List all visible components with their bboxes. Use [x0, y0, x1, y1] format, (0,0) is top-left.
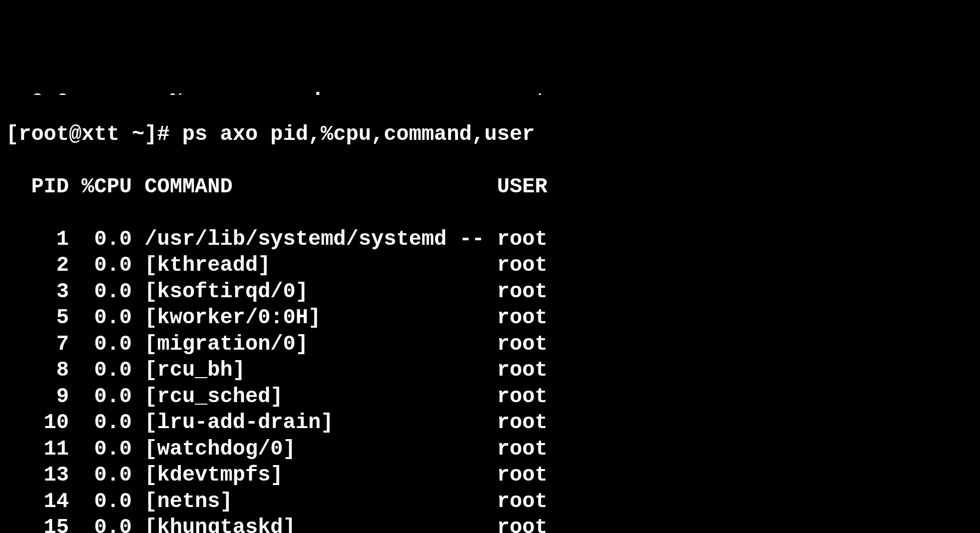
cell-cpu: 0.0 [81, 463, 132, 487]
cell-pid: 11 [6, 437, 69, 461]
cell-user: root [497, 253, 547, 277]
cell-command: [khungtaskd] [144, 516, 485, 533]
cell-pid: 3 [6, 280, 69, 304]
table-row: 3 0.0 [ksoftirqd/0] root [6, 279, 974, 305]
cell-cpu: 0.0 [81, 227, 132, 251]
table-row: 13 0.0 [kdevtmpfs] root [6, 462, 974, 489]
cell-command: [kworker/0:0H] [144, 306, 485, 330]
cell-cpu: 0.0 [81, 385, 132, 409]
cell-cpu: 0.0 [81, 253, 132, 277]
cell-cpu: 0.0 [81, 516, 132, 533]
cell-user: root [497, 227, 547, 251]
cell-pid: 7 [6, 332, 69, 356]
process-list: 1 0.0 /usr/lib/systemd/systemd -- root 2… [6, 226, 974, 533]
cell-user: root [497, 306, 547, 330]
cell-cpu: 0.0 [81, 437, 132, 461]
cell-user: root [497, 463, 547, 487]
table-row: 7 0.0 [migration/0] root [6, 331, 974, 358]
cell-command: [rcu_bh] [144, 358, 485, 382]
table-row: 9 0.0 [rcu_sched] root [6, 384, 974, 410]
shell-prompt: [root@xtt ~]# [6, 122, 182, 146]
cell-command: [migration/0] [144, 332, 485, 356]
cell-command: [ksoftirqd/0] [144, 280, 485, 304]
cell-pid: 15 [6, 516, 69, 533]
cell-pid: 5 [6, 306, 69, 330]
cell-command: [rcu_sched] [144, 385, 485, 409]
cell-user: root [497, 490, 547, 514]
cell-command: [kthreadd] [144, 253, 485, 277]
table-row: 8 0.0 [rcu_bh] root [6, 357, 974, 384]
header-user: USER [497, 175, 547, 199]
table-row: 15 0.0 [khungtaskd] root [6, 515, 974, 533]
cell-cpu: 0.0 [81, 490, 132, 514]
cell-user: root [497, 358, 547, 382]
entered-command: ps axo pid,%cpu,command,user [182, 122, 535, 146]
cell-command: [lru-add-drain] [144, 411, 485, 435]
cell-user: root [497, 280, 547, 304]
cell-user: root [497, 437, 547, 461]
cell-user: root [497, 385, 547, 409]
cell-command: /usr/lib/systemd/systemd -- [144, 227, 485, 251]
table-row: 5 0.0 [kworker/0:0H] root [6, 305, 974, 331]
cell-pid: 10 [6, 411, 69, 435]
cell-command: [watchdog/0] [144, 437, 485, 461]
table-row: 11 0.0 [watchdog/0] root [6, 436, 974, 463]
cell-user: root [497, 332, 547, 356]
table-row: 14 0.0 [netns] root [6, 489, 974, 515]
table-row: 2 0.0 [kthreadd] root [6, 252, 974, 279]
table-row: 1 0.0 /usr/lib/systemd/systemd -- root [6, 226, 974, 253]
cell-command: [netns] [144, 490, 485, 514]
truncated-previous-output: 0.0 ps axo %cpu,command,user root [6, 89, 974, 95]
cell-cpu: 0.0 [81, 332, 132, 356]
command-line[interactable]: [root@xtt ~]# ps axo pid,%cpu,command,us… [6, 121, 974, 148]
cell-command: [kdevtmpfs] [144, 463, 485, 487]
cell-pid: 9 [6, 385, 69, 409]
cell-cpu: 0.0 [81, 280, 132, 304]
cell-cpu: 0.0 [81, 411, 132, 435]
cell-pid: 1 [6, 227, 69, 251]
header-cpu: %CPU [81, 175, 132, 199]
cell-user: root [497, 516, 547, 533]
header-pid: PID [6, 175, 69, 199]
cell-pid: 2 [6, 253, 69, 277]
cell-cpu: 0.0 [81, 306, 132, 330]
table-header-row: PID %CPU COMMAND USER [6, 174, 974, 200]
cell-pid: 8 [6, 358, 69, 382]
cell-user: root [497, 411, 547, 435]
cell-pid: 14 [6, 490, 69, 514]
cell-pid: 13 [6, 463, 69, 487]
cell-cpu: 0.0 [81, 358, 132, 382]
header-command: COMMAND [144, 175, 232, 199]
table-row: 10 0.0 [lru-add-drain] root [6, 410, 974, 436]
